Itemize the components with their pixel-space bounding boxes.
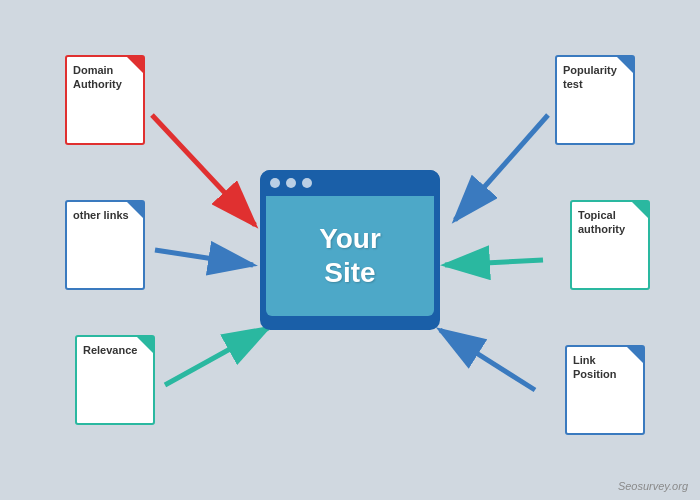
- diagram-container: Your Site Domain Authority Popularity te…: [0, 0, 700, 500]
- link-position-label: Link Position: [573, 354, 616, 380]
- center-browser: Your Site: [260, 170, 440, 330]
- watermark: Seosurvey.org: [618, 480, 688, 492]
- topical-authority-label: Topical authority: [578, 209, 625, 235]
- browser-dot-1: [270, 178, 280, 188]
- svg-line-10: [165, 328, 268, 385]
- card-popularity-test: Popularity test: [555, 55, 635, 145]
- card-relevance: Relevance: [75, 335, 155, 425]
- relevance-label: Relevance: [83, 344, 137, 356]
- card-other-links: other links: [65, 200, 145, 290]
- svg-line-11: [440, 330, 535, 390]
- browser-content: Your Site: [266, 196, 434, 316]
- browser-dot-3: [302, 178, 312, 188]
- browser-titlebar: [260, 170, 440, 196]
- svg-line-7: [455, 115, 548, 220]
- card-topical-authority: Topical authority: [570, 200, 650, 290]
- other-links-label: other links: [73, 209, 129, 221]
- popularity-test-label: Popularity test: [563, 64, 617, 90]
- svg-line-6: [152, 115, 255, 225]
- browser-dot-2: [286, 178, 296, 188]
- your-site-text: Your Site: [319, 222, 381, 289]
- svg-line-9: [445, 260, 543, 265]
- site-text: Site: [324, 257, 375, 288]
- your-text: Your: [319, 223, 381, 254]
- domain-authority-label: Domain Authority: [73, 64, 122, 90]
- watermark-text: Seosurvey.org: [618, 480, 688, 492]
- card-domain-authority: Domain Authority: [65, 55, 145, 145]
- svg-line-8: [155, 250, 253, 265]
- card-link-position: Link Position: [565, 345, 645, 435]
